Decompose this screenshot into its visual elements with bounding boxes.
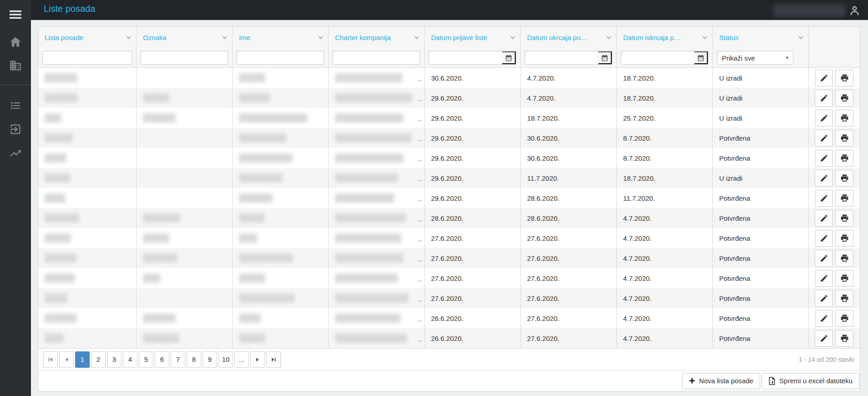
redacted-text bbox=[45, 93, 77, 102]
print-row-button[interactable] bbox=[835, 250, 853, 267]
pager-page-button[interactable]: 2 bbox=[91, 351, 106, 368]
status-filter-dropdown[interactable]: Prikaži sve ▼ bbox=[717, 51, 793, 65]
column-header-datum-ukrcaja: Datum ukrcaja pu… bbox=[521, 27, 617, 48]
sidebar-item-companies[interactable] bbox=[0, 54, 31, 77]
redacted-text bbox=[45, 314, 76, 323]
printer-icon bbox=[840, 154, 849, 162]
datepicker-button[interactable] bbox=[598, 51, 612, 64]
filter-input-oznaka[interactable] bbox=[141, 51, 228, 65]
pager-page-button[interactable]: 3 bbox=[107, 351, 122, 368]
truncation-dots: .. bbox=[417, 115, 422, 122]
column-header-actions bbox=[809, 27, 860, 48]
cell-actions bbox=[809, 268, 860, 288]
pager-page-button[interactable]: 1 bbox=[75, 351, 90, 368]
edit-row-button[interactable] bbox=[815, 190, 833, 207]
page-title: Liste posada bbox=[44, 4, 95, 14]
edit-row-button[interactable] bbox=[815, 270, 833, 287]
edit-row-button[interactable] bbox=[815, 330, 833, 347]
pager-prev-button[interactable] bbox=[59, 351, 74, 368]
print-row-button[interactable] bbox=[835, 90, 853, 107]
user-menu-button[interactable] bbox=[847, 4, 862, 17]
pager-page-button[interactable]: 9 bbox=[203, 351, 217, 368]
edit-row-button[interactable] bbox=[815, 310, 833, 327]
redacted-text bbox=[143, 314, 176, 323]
pencil-icon bbox=[820, 74, 828, 82]
print-row-button[interactable] bbox=[835, 270, 853, 287]
edit-row-button[interactable] bbox=[815, 290, 833, 307]
cell-status: Potvrđena bbox=[713, 308, 809, 328]
column-menu-button[interactable] bbox=[508, 33, 517, 41]
print-row-button[interactable] bbox=[835, 190, 853, 207]
menu-button[interactable] bbox=[0, 3, 31, 26]
cell-charter-kompanija: .. bbox=[329, 308, 425, 328]
column-menu-button[interactable] bbox=[797, 33, 805, 41]
edit-row-button[interactable] bbox=[815, 250, 833, 267]
redacted-text bbox=[335, 93, 412, 102]
pager-page-button[interactable]: 6 bbox=[155, 351, 169, 368]
print-row-button[interactable] bbox=[835, 110, 853, 127]
edit-row-button[interactable] bbox=[815, 130, 833, 147]
edit-row-button[interactable] bbox=[815, 90, 833, 107]
pager-page-button[interactable]: 4 bbox=[123, 351, 137, 368]
print-row-button[interactable] bbox=[835, 290, 853, 307]
chevron-down-icon bbox=[318, 35, 324, 41]
cell-datum-ukrcaja: 4.7.2020. bbox=[521, 88, 617, 108]
column-menu-button[interactable] bbox=[412, 33, 421, 41]
datepicker-button[interactable] bbox=[694, 51, 708, 64]
redacted-text bbox=[239, 254, 293, 263]
pencil-icon bbox=[820, 314, 828, 323]
pager-page-button[interactable]: 8 bbox=[187, 351, 201, 368]
edit-row-button[interactable] bbox=[815, 210, 833, 227]
filter-input-lista-posade[interactable] bbox=[42, 51, 132, 65]
cell-charter-kompanija: .. bbox=[329, 108, 425, 128]
cell-status: Potvrđena bbox=[713, 268, 809, 288]
pencil-icon bbox=[820, 194, 828, 203]
column-menu-button[interactable] bbox=[316, 33, 325, 41]
filter-input-charter[interactable] bbox=[333, 51, 420, 65]
sidebar-item-home[interactable] bbox=[0, 30, 31, 54]
redacted-text bbox=[45, 234, 71, 243]
datepicker-button[interactable] bbox=[502, 51, 516, 64]
new-crew-list-button[interactable]: Nova lista posade bbox=[682, 373, 760, 389]
edit-row-button[interactable] bbox=[815, 110, 833, 127]
filter-date-iskrcaja-input[interactable] bbox=[621, 51, 694, 64]
sidebar-item-lists[interactable] bbox=[0, 94, 31, 117]
pager-page-button[interactable]: 5 bbox=[139, 351, 153, 368]
print-row-button[interactable] bbox=[835, 230, 853, 247]
print-row-button[interactable] bbox=[835, 150, 853, 167]
edit-row-button[interactable] bbox=[815, 170, 833, 187]
export-excel-button[interactable]: Spremi u excel datoteku bbox=[761, 373, 859, 389]
prev-page-icon bbox=[64, 357, 69, 362]
pager-next-button[interactable] bbox=[250, 351, 265, 368]
printer-icon bbox=[840, 194, 849, 203]
cell-ime bbox=[233, 288, 329, 308]
pager-last-button[interactable] bbox=[266, 351, 281, 368]
sidebar-item-statistics[interactable] bbox=[0, 142, 31, 165]
print-row-button[interactable] bbox=[835, 330, 853, 347]
sidebar-item-exit[interactable] bbox=[0, 117, 31, 141]
filter-date-ukrcaja-input[interactable] bbox=[525, 51, 598, 64]
column-menu-button[interactable] bbox=[700, 33, 709, 41]
print-row-button[interactable] bbox=[835, 130, 853, 147]
edit-row-button[interactable] bbox=[815, 70, 833, 86]
redacted-text bbox=[239, 334, 265, 343]
pager-more-button[interactable]: ... bbox=[234, 351, 249, 368]
print-row-button[interactable] bbox=[835, 310, 853, 327]
print-row-button[interactable] bbox=[835, 210, 853, 227]
cell-datum-ukrcaja: 28.6.2020. bbox=[521, 208, 617, 228]
pager-first-button[interactable] bbox=[43, 351, 58, 368]
pager-page-button[interactable]: 10 bbox=[218, 351, 233, 368]
print-row-button[interactable] bbox=[835, 170, 853, 187]
print-row-button[interactable] bbox=[835, 70, 853, 86]
column-menu-button[interactable] bbox=[220, 33, 228, 41]
edit-row-button[interactable] bbox=[815, 230, 833, 247]
column-menu-button[interactable] bbox=[124, 33, 132, 41]
cell-charter-kompanija: .. bbox=[329, 68, 425, 88]
filter-input-ime[interactable] bbox=[237, 51, 324, 65]
filter-date-prijave-input[interactable] bbox=[429, 51, 502, 64]
cell-lista-posade bbox=[38, 288, 137, 308]
pager-page-button[interactable]: 7 bbox=[171, 351, 185, 368]
column-menu-button[interactable] bbox=[604, 33, 613, 41]
cell-status: Potvrđena bbox=[713, 148, 809, 168]
edit-row-button[interactable] bbox=[815, 150, 833, 167]
